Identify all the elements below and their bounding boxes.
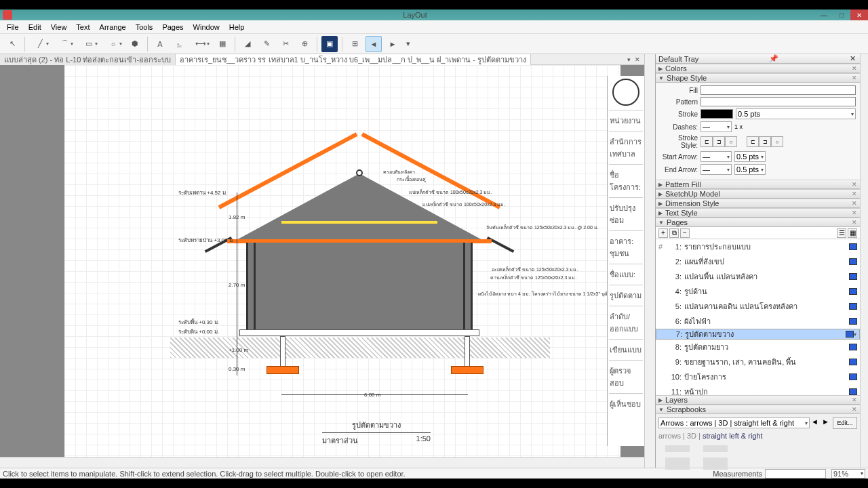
page-prev-button[interactable]: ◄: [366, 36, 382, 52]
scrapbook-edit-button[interactable]: Edit...: [833, 417, 857, 429]
dimension-tool[interactable]: ⟷: [190, 36, 212, 52]
cap-style-group[interactable]: ⊏⊐○: [701, 136, 737, 147]
panel-sketchup-model[interactable]: ▶SketchUp Model✕: [656, 189, 860, 199]
page-row[interactable]: 4:รูปด้าน: [656, 284, 860, 299]
panel-shape-style[interactable]: ▼Shape Style✕: [656, 73, 860, 83]
style-tool[interactable]: ✎: [258, 36, 275, 52]
title-block-strip: หน่วยงาน สำนักการ เทศบาล ชื่อโครงการ: ปร…: [607, 76, 644, 446]
tray-vscroll[interactable]: [860, 54, 868, 468]
page-del-icon[interactable]: −: [680, 228, 690, 238]
presentation-button[interactable]: ▣: [321, 36, 338, 52]
page-row[interactable]: 8:รูปตัดตามยาว: [656, 340, 860, 354]
shape-style-body: Fill Pattern Stroke0.5 pts Dashes:—1 x S…: [656, 83, 860, 180]
canvas-vscroll[interactable]: [644, 54, 655, 468]
start-arrow-size[interactable]: 0.5 pts: [734, 151, 766, 162]
page-add-button[interactable]: ⊞: [347, 36, 363, 52]
page-row[interactable]: 5:แปลนคานคอดิน แปลนโครงหลังคา: [656, 299, 860, 314]
document-tabs: แบบล่าสุด (2) - ท่อ L-10 ท่อส่งตะกอนเข้า…: [0, 54, 644, 65]
drawing-viewport: ครอบสันหลังคา กระเบื้องลอนคู่ แปเหล็กตัว…: [166, 133, 573, 431]
drawing-title-block: รูปตัดตามขวาง มาตราส่วน 1:50: [322, 419, 431, 447]
rect-tool[interactable]: ▭: [78, 36, 100, 52]
arc-tool[interactable]: ⌒: [54, 36, 75, 52]
window-title: LayOut: [15, 11, 815, 19]
end-arrow-size[interactable]: 0.5 pts: [734, 164, 766, 175]
circle-tool[interactable]: ○: [102, 36, 124, 52]
page-dup-icon[interactable]: ⧉: [669, 228, 679, 238]
scrapbook-path: straight left & right: [703, 432, 763, 440]
page-row[interactable]: 6:ผังไฟฟ้า: [656, 314, 860, 329]
select-tool[interactable]: ↖: [4, 36, 20, 52]
toolbar: ↖ ╱ ⌒ ▭ ○ ⬢ A ⎁ ⟷ ▦ ◢ ✎ ✂ ⊕ ▣ ⊞ ◄ ► ▾: [0, 34, 868, 54]
scrapbook-items[interactable]: [658, 443, 857, 455]
pattern-swatch[interactable]: [701, 97, 856, 106]
tray-close-icon[interactable]: ✕: [848, 54, 857, 63]
page-row[interactable]: 7:รูปตัดตามขวาง: [656, 329, 860, 340]
join-style-group[interactable]: ⊏⊐○: [747, 136, 783, 147]
minimize-button[interactable]: —: [815, 9, 833, 20]
page-list: #1:รายการประกอบแบบ2:แผนที่สังเขป3:แปลนพื…: [656, 239, 860, 395]
scrapbook-next-icon[interactable]: ►: [822, 418, 831, 428]
menu-pages[interactable]: Pages: [158, 22, 187, 33]
app-icon: [3, 10, 12, 20]
maximize-button[interactable]: □: [833, 9, 850, 20]
menu-tools[interactable]: Tools: [132, 22, 157, 33]
menu-help[interactable]: Help: [225, 22, 249, 33]
page-row[interactable]: 11:หน้าปก: [656, 384, 860, 395]
page-row[interactable]: 2:แผนที่สังเขป: [656, 254, 860, 269]
stroke-width-select[interactable]: 0.5 pts: [736, 108, 856, 119]
panel-scrapbooks[interactable]: ▼Scrapbooks✕: [656, 405, 860, 414]
titlebar: LayOut — □ ✕: [0, 9, 868, 20]
menu-arrange[interactable]: Arrange: [96, 22, 130, 33]
menu-edit[interactable]: Edit: [24, 22, 45, 33]
toolbar-overflow[interactable]: ▾: [403, 36, 413, 52]
panel-pages[interactable]: ▼Pages✕: [656, 218, 860, 227]
menubar: File Edit View Text Arrange Tools Pages …: [0, 20, 868, 34]
status-hint: Click to select items to manipulate. Shi…: [3, 470, 713, 478]
tray-title: Default Tray: [658, 55, 698, 63]
horizontal-scrollbar[interactable]: [0, 457, 644, 468]
tab-scroll-icon[interactable]: ▾: [626, 56, 632, 63]
paper[interactable]: ครอบสันหลังคา กระเบื้องลอนคู่ แปเหล็กตัว…: [64, 65, 620, 457]
page-row[interactable]: #1:รายการประกอบแบบ: [656, 239, 860, 254]
default-tray: Default Tray 📌 ✕ ▶Colors✕ ▼Shape Style✕ …: [655, 54, 860, 468]
panel-pattern-fill[interactable]: ▶Pattern Fill✕: [656, 180, 860, 189]
tab-close-icon[interactable]: ✕: [633, 56, 642, 63]
label-tool[interactable]: ⎁: [171, 36, 187, 52]
table-tool[interactable]: ▦: [214, 36, 231, 52]
canvas-area[interactable]: แบบล่าสุด (2) - ท่อ L-10 ท่อส่งตะกอนเข้า…: [0, 54, 644, 468]
doc-tab-1[interactable]: แบบล่าสุด (2) - ท่อ L-10 ท่อส่งตะกอนเข้า…: [0, 54, 176, 66]
page-grid-view-icon[interactable]: ▦: [848, 228, 857, 238]
end-arrow-select[interactable]: —: [701, 164, 732, 175]
panel-colors[interactable]: ▶Colors✕: [656, 64, 860, 73]
page-row[interactable]: 10:ป้ายโครงการ: [656, 369, 860, 384]
fill-swatch[interactable]: [701, 85, 856, 95]
menu-view[interactable]: View: [47, 22, 71, 33]
doc-tab-2[interactable]: อาคารเร_ยนช__วคราว รร เทสบาล1 บ_านโร_หวา…: [176, 54, 531, 66]
close-button[interactable]: ✕: [850, 9, 868, 20]
stroke-swatch[interactable]: [701, 109, 733, 119]
join-tool[interactable]: ⊕: [296, 36, 313, 52]
panel-layers[interactable]: ▶Layers✕: [656, 395, 860, 405]
page-row[interactable]: 9:ขยายฐานราก, เสา, คานคอดิน, พื้น: [656, 354, 860, 369]
scrapbook-select[interactable]: Arrows : arrows | 3D | straight left & r…: [658, 418, 810, 428]
menu-window[interactable]: Window: [189, 22, 224, 33]
menu-file[interactable]: File: [3, 22, 23, 33]
page-row[interactable]: 3:แปลนพื้น แปลนหลังคา: [656, 269, 860, 284]
panel-text-style[interactable]: ▶Text Style✕: [656, 208, 860, 218]
page-add-icon[interactable]: +: [658, 228, 668, 238]
page-list-view-icon[interactable]: ☰: [837, 228, 846, 238]
menu-text[interactable]: Text: [72, 22, 94, 33]
polygon-tool[interactable]: ⬢: [127, 36, 143, 52]
scrapbook-prev-icon[interactable]: ◄: [811, 418, 821, 428]
split-tool[interactable]: ✂: [277, 36, 294, 52]
page-next-button[interactable]: ►: [384, 36, 401, 52]
tray-pin-icon[interactable]: 📌: [768, 54, 780, 63]
panel-dimension-style[interactable]: ▶Dimension Style✕: [656, 199, 860, 208]
line-tool[interactable]: ╱: [29, 36, 51, 52]
start-arrow-select[interactable]: —: [701, 151, 732, 162]
text-tool[interactable]: A: [152, 36, 168, 52]
stamp-icon: [612, 79, 639, 106]
eraser-tool[interactable]: ◢: [239, 36, 256, 52]
dashes-select[interactable]: —: [701, 121, 732, 132]
